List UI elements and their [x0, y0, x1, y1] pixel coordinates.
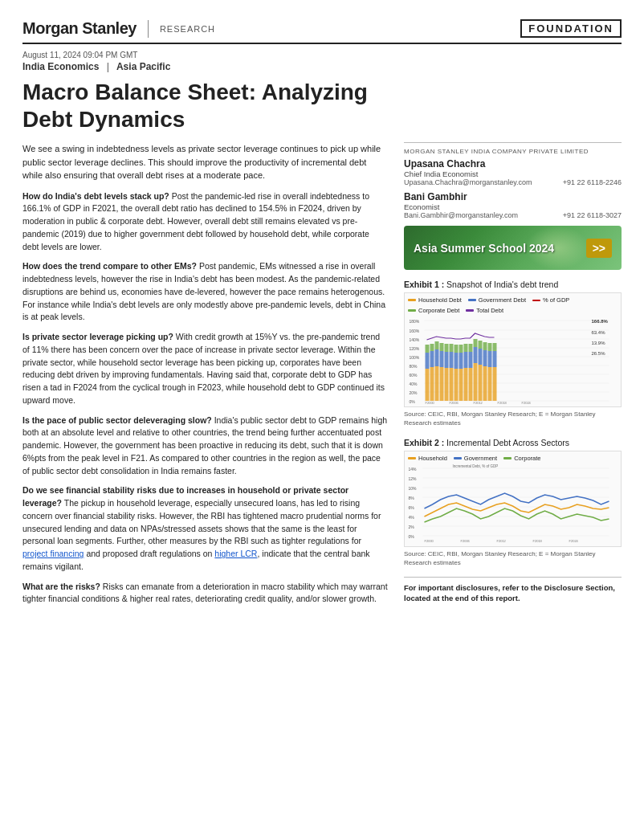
svg-rect-47	[469, 368, 473, 401]
header-divider	[148, 20, 149, 38]
header-left: Morgan Stanley RESEARCH	[22, 19, 215, 38]
exhibit-2-subtitle: Incremental Debt Across Sectors	[446, 438, 569, 447]
svg-text:2%: 2%	[409, 525, 415, 529]
svg-rect-20	[426, 369, 430, 401]
project-financing-link[interactable]: project financing	[22, 549, 84, 558]
svg-rect-64	[493, 343, 497, 351]
legend-pct-gdp: % of GDP	[532, 296, 569, 304]
section-6: What are the risks? Risks can emanate fr…	[22, 581, 388, 606]
category-india: India Economics	[22, 61, 99, 72]
legend-total-dot	[466, 309, 474, 312]
svg-text:0%: 0%	[410, 399, 416, 404]
svg-text:F2006: F2006	[461, 539, 471, 543]
svg-rect-51	[474, 347, 478, 363]
svg-rect-45	[464, 352, 468, 368]
svg-rect-39	[454, 353, 459, 369]
legend2-corporate: Corporate	[503, 455, 540, 462]
logo: Morgan Stanley	[22, 19, 137, 38]
svg-rect-56	[483, 366, 487, 401]
legend-household-label: Household Debt	[418, 296, 462, 304]
svg-rect-61	[488, 343, 492, 351]
exhibit-1-title: Exhibit 1 : Snapshot of India's debt tre…	[404, 280, 622, 289]
legend-household-dot	[408, 299, 416, 301]
exhibit-2: Exhibit 2 : Incremental Debt Across Sect…	[404, 438, 622, 567]
footer-note-text: For important disclosures, refer to the …	[404, 583, 615, 602]
banner-title: Asia Summer School 2024	[414, 242, 554, 255]
analyst-box: MORGAN STANLEY INDIA COMPANY PRIVATE LIM…	[404, 142, 622, 219]
svg-text:40%: 40%	[410, 382, 418, 386]
svg-rect-43	[459, 345, 463, 353]
svg-text:80%: 80%	[410, 364, 418, 369]
section-4: Is the pace of public sector deleveragin…	[22, 414, 388, 478]
analyst-1-phone: +91 22 6118-2246	[563, 178, 622, 186]
svg-rect-62	[493, 367, 497, 401]
asia-summer-school-banner[interactable]: Asia Summer School 2024 >>	[404, 226, 622, 270]
svg-text:F2024: F2024	[522, 401, 532, 405]
legend-household: Household Debt	[408, 296, 462, 304]
section-5-text: The pickup in household leverage, especi…	[22, 498, 381, 545]
analyst-1: Upasana Chachra Chief India Economist Up…	[404, 158, 622, 186]
svg-rect-32	[445, 368, 449, 401]
svg-rect-63	[493, 351, 497, 367]
legend2-government-dot	[454, 457, 462, 459]
svg-text:F2012: F2012	[474, 401, 483, 405]
exhibit-1-subtitle: Snapshot of India's debt trend	[446, 280, 558, 289]
legend2-household-label: Household	[418, 455, 447, 462]
svg-rect-21	[426, 353, 430, 369]
svg-text:20%: 20%	[410, 390, 418, 395]
analyst-1-email: Upasana.Chachra@morganstanley.com	[404, 178, 532, 186]
analyst-2-phone: +91 22 6118-3027	[563, 211, 622, 219]
category-line: India Economics | Asia Pacific	[22, 61, 622, 72]
svg-text:60%: 60%	[410, 373, 418, 378]
exhibit-1-legend: Household Debt Government Debt % of GDP	[408, 296, 618, 314]
exhibit-1: Exhibit 1 : Snapshot of India's debt tre…	[404, 280, 622, 427]
svg-rect-50	[474, 363, 478, 401]
legend-corporate-label: Corporate Debt	[418, 307, 459, 314]
two-col-layout: We see a swing in indebtedness levels as…	[22, 142, 622, 817]
banner-arrow-icon[interactable]: >>	[586, 239, 612, 258]
svg-rect-52	[474, 339, 478, 347]
svg-text:140%: 140%	[410, 337, 420, 342]
higher-lcr-link[interactable]: higher LCR	[214, 549, 257, 558]
svg-rect-27	[435, 349, 439, 366]
svg-text:F2018: F2018	[533, 539, 543, 543]
exhibit-1-svg: 180% 160% 140% 120% 100% 80% 60% 40% 20%…	[408, 316, 618, 405]
legend-government: Government Debt	[468, 296, 526, 304]
svg-rect-35	[450, 368, 454, 401]
analyst-2-title: Economist	[404, 202, 622, 211]
section-2: How does the trend compare to other EMs?…	[22, 260, 388, 324]
svg-rect-29	[440, 367, 444, 401]
svg-text:100%: 100%	[410, 355, 420, 360]
svg-rect-33	[445, 352, 449, 368]
section-3-bold: Is private sector leverage picking up?	[22, 332, 173, 341]
svg-text:10%: 10%	[409, 486, 418, 491]
legend-pctgdp-dot	[532, 300, 540, 301]
svg-rect-22	[426, 345, 430, 353]
svg-rect-23	[430, 367, 434, 401]
legend-total-label: Total Debt	[476, 307, 503, 314]
svg-rect-44	[464, 368, 468, 401]
header: Morgan Stanley RESEARCH FOUNDATION	[22, 19, 622, 44]
exhibit-1-source: Source: CEIC, RBI, Morgan Stanley Resear…	[404, 410, 622, 427]
exhibit-1-label: Exhibit 1 :	[404, 280, 444, 289]
svg-rect-40	[454, 345, 459, 353]
svg-text:166.8%: 166.8%	[592, 319, 609, 324]
section-5-mid: and proposed draft regulations on	[84, 549, 214, 558]
svg-text:120%: 120%	[410, 346, 420, 351]
legend-pctgdp-label: % of GDP	[543, 296, 569, 304]
exhibit-2-chart-area: Household Government Corporate	[404, 451, 622, 547]
svg-rect-53	[479, 365, 483, 401]
svg-rect-34	[445, 344, 449, 352]
exhibit-1-bar-chart: 180% 160% 140% 120% 100% 80% 60% 40% 20%…	[408, 316, 618, 405]
svg-rect-49	[469, 344, 473, 352]
foundation-label: FOUNDATION	[520, 19, 622, 38]
svg-text:F2000: F2000	[426, 401, 435, 405]
svg-rect-59	[488, 367, 492, 401]
legend-government-dot	[468, 299, 476, 301]
svg-text:13.9%: 13.9%	[592, 341, 606, 345]
exhibit-2-line-chart: 14% 12% 10% 8% 6% 4% 2% 0%	[408, 464, 618, 545]
research-label: RESEARCH	[160, 24, 215, 34]
legend2-household-dot	[408, 457, 416, 459]
svg-text:14%: 14%	[409, 467, 418, 472]
analyst-2-contact: Bani.Gambhir@morganstanley.com +91 22 61…	[404, 211, 622, 219]
